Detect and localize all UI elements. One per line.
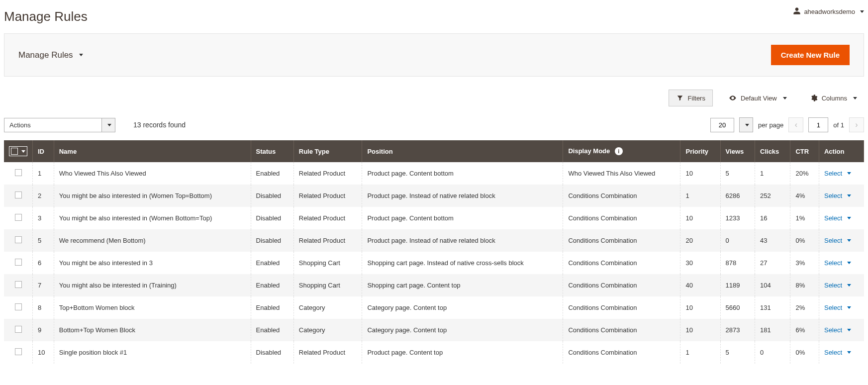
row-checkbox[interactable] bbox=[15, 326, 22, 333]
cell-position: Product page. Instead of native related … bbox=[362, 185, 563, 207]
col-display-mode[interactable]: Display Mode i bbox=[563, 140, 680, 162]
next-page-button[interactable]: › bbox=[849, 117, 864, 132]
col-name[interactable]: Name bbox=[54, 140, 251, 162]
chevron-down-icon bbox=[847, 172, 851, 175]
cell-clicks: 27 bbox=[755, 252, 790, 274]
cell-id: 8 bbox=[33, 296, 54, 319]
row-action-select[interactable]: Select bbox=[824, 237, 851, 244]
row-checkbox[interactable] bbox=[15, 169, 22, 176]
table-row[interactable]: 9Bottom+Top Women BlockEnabledCategoryCa… bbox=[4, 319, 864, 341]
col-id[interactable]: ID bbox=[33, 140, 54, 162]
page-size-caret[interactable] bbox=[739, 117, 753, 132]
cell-position: Product page. Content bottom bbox=[362, 207, 563, 229]
table-row[interactable]: 7You might also be interested in (Traini… bbox=[4, 274, 864, 296]
info-icon[interactable]: i bbox=[615, 147, 623, 155]
col-rule-type[interactable]: Rule Type bbox=[293, 140, 362, 162]
cell-position: Category page. Content top bbox=[362, 319, 563, 341]
cell-id: 6 bbox=[33, 252, 54, 274]
cell-priority: 1 bbox=[680, 185, 720, 207]
page-of-label: of 1 bbox=[833, 121, 844, 129]
cell-status: Disabled bbox=[251, 207, 293, 229]
row-action-select[interactable]: Select bbox=[824, 326, 851, 334]
cell-display-mode: Conditions Combination bbox=[563, 252, 680, 274]
cell-id: 7 bbox=[33, 274, 54, 296]
cell-priority: 10 bbox=[680, 162, 720, 185]
col-status[interactable]: Status bbox=[251, 140, 293, 162]
chevron-down-icon bbox=[847, 217, 851, 219]
create-new-rule-button[interactable]: Create New Rule bbox=[771, 45, 850, 65]
cell-clicks: 16 bbox=[755, 207, 790, 229]
prev-page-button[interactable]: ‹ bbox=[788, 117, 803, 132]
table-row[interactable]: 10Single position block #1DisabledRelate… bbox=[4, 341, 864, 364]
table-row[interactable]: 3You might be also interested in (Women … bbox=[4, 207, 864, 229]
cell-id: 10 bbox=[33, 341, 54, 364]
page-size-input[interactable] bbox=[710, 118, 734, 132]
cell-name: You might be also interested in (Women B… bbox=[54, 207, 251, 229]
row-checkbox[interactable] bbox=[15, 192, 22, 198]
cell-views: 6286 bbox=[720, 185, 755, 207]
columns-button[interactable]: Columns bbox=[803, 90, 864, 106]
cell-position: Product page. Content top bbox=[362, 341, 563, 364]
col-action: Action bbox=[819, 140, 864, 162]
table-row[interactable]: 2You might be also interested in (Women … bbox=[4, 185, 864, 207]
col-clicks[interactable]: Clicks bbox=[755, 140, 790, 162]
cell-status: Disabled bbox=[251, 185, 293, 207]
cell-clicks: 104 bbox=[755, 274, 790, 296]
col-views[interactable]: Views bbox=[720, 140, 755, 162]
cell-display-mode: Conditions Combination bbox=[563, 296, 680, 319]
cell-rule-type: Shopping Cart bbox=[293, 274, 362, 296]
default-view-button[interactable]: Default View bbox=[722, 90, 794, 106]
table-row[interactable]: 8Top+Bottom Women blockEnabledCategoryCa… bbox=[4, 296, 864, 319]
col-checkbox[interactable] bbox=[4, 140, 33, 162]
select-all-checkbox[interactable] bbox=[9, 146, 27, 156]
row-action-select[interactable]: Select bbox=[824, 304, 851, 311]
row-action-select[interactable]: Select bbox=[824, 282, 851, 289]
row-action-select[interactable]: Select bbox=[824, 349, 851, 356]
chevron-down-icon bbox=[847, 262, 851, 264]
actions-select[interactable]: Actions bbox=[4, 118, 115, 132]
row-action-select[interactable]: Select bbox=[824, 192, 851, 199]
cell-clicks: 131 bbox=[755, 296, 790, 319]
user-name: aheadworksdemo bbox=[804, 8, 855, 15]
rules-table: ID Name Status Rule Type Position Displa… bbox=[4, 140, 864, 364]
row-checkbox[interactable] bbox=[15, 236, 22, 243]
table-row[interactable]: 5We recommend (Men Bottom)DisabledRelate… bbox=[4, 229, 864, 252]
cell-ctr: 8% bbox=[790, 274, 819, 296]
table-row[interactable]: 6You might be also interested in 3Enable… bbox=[4, 252, 864, 274]
filters-button[interactable]: Filters bbox=[669, 90, 713, 106]
chevron-left-icon: ‹ bbox=[795, 120, 797, 129]
user-menu[interactable]: aheadworksdemo bbox=[793, 7, 864, 16]
actions-select-caret[interactable] bbox=[101, 118, 115, 132]
cell-ctr: 0% bbox=[790, 341, 819, 364]
col-priority[interactable]: Priority bbox=[680, 140, 720, 162]
cell-rule-type: Shopping Cart bbox=[293, 252, 362, 274]
cell-priority: 20 bbox=[680, 229, 720, 252]
chevron-down-icon bbox=[847, 194, 851, 197]
chevron-down-icon bbox=[745, 124, 749, 126]
cell-id: 2 bbox=[33, 185, 54, 207]
row-checkbox[interactable] bbox=[15, 281, 22, 288]
breadcrumb-label: Manage Rules bbox=[18, 50, 73, 60]
chevron-down-icon bbox=[21, 150, 25, 153]
row-checkbox[interactable] bbox=[15, 214, 22, 221]
cell-name: Single position block #1 bbox=[54, 341, 251, 364]
row-action-select[interactable]: Select bbox=[824, 170, 851, 177]
table-row[interactable]: 1Who Viewed This Also ViewedEnabledRelat… bbox=[4, 162, 864, 185]
chevron-right-icon: › bbox=[855, 120, 858, 129]
cell-clicks: 252 bbox=[755, 185, 790, 207]
page-number-input[interactable] bbox=[808, 117, 828, 132]
row-checkbox[interactable] bbox=[15, 303, 22, 310]
cell-priority: 1 bbox=[680, 341, 720, 364]
page-actions-bar: Manage Rules Create New Rule bbox=[4, 33, 864, 77]
cell-rule-type: Related Product bbox=[293, 162, 362, 185]
col-position[interactable]: Position bbox=[362, 140, 563, 162]
cell-clicks: 1 bbox=[755, 162, 790, 185]
cell-ctr: 6% bbox=[790, 319, 819, 341]
row-checkbox[interactable] bbox=[15, 259, 22, 266]
breadcrumb[interactable]: Manage Rules bbox=[18, 50, 83, 60]
row-action-select[interactable]: Select bbox=[824, 214, 851, 222]
cell-status: Enabled bbox=[251, 162, 293, 185]
row-checkbox[interactable] bbox=[15, 348, 22, 355]
row-action-select[interactable]: Select bbox=[824, 259, 851, 267]
col-ctr[interactable]: CTR bbox=[790, 140, 819, 162]
